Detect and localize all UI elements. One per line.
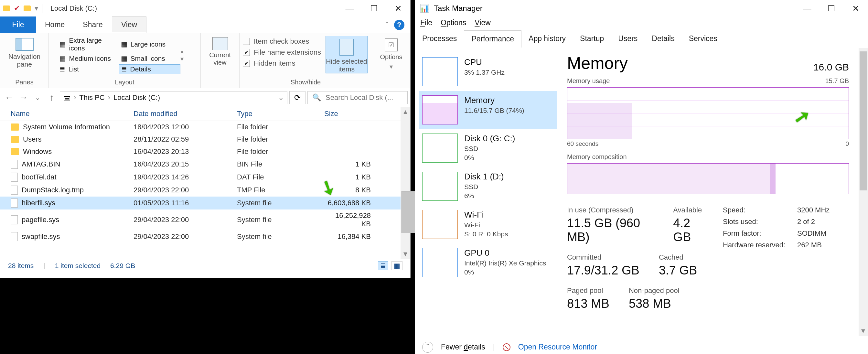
chevron-up-icon[interactable]: ˆ xyxy=(386,20,388,29)
maximize-button[interactable]: ☐ xyxy=(819,0,843,17)
folder-icon[interactable] xyxy=(24,5,31,11)
perf-card-wi-fi[interactable]: Wi-FiWi-FiS: 0 R: 0 Kbps xyxy=(419,205,557,244)
tab-performance[interactable]: Performance xyxy=(464,30,522,48)
memory-composition-graph xyxy=(567,163,849,194)
search-icon: 🔍 xyxy=(312,93,321,102)
menu-file[interactable]: File xyxy=(420,19,432,27)
sparkline-icon xyxy=(422,57,458,86)
tab-share[interactable]: Share xyxy=(74,17,112,33)
address-bar[interactable]: 🖴 › This PC › Local Disk (C:) ⌄ xyxy=(60,91,287,104)
file-list[interactable]: Name Date modified Type Size System Volu… xyxy=(0,107,401,259)
nav-recent[interactable]: ⌄ xyxy=(31,94,44,101)
ribbon: Navigation pane Panes ▦Extra large icons… xyxy=(0,33,410,88)
folder-icon xyxy=(3,5,10,11)
titlebar[interactable]: ✔ ▾ │ Local Disk (C:) — ☐ ✕ xyxy=(0,0,410,17)
sparkline-icon xyxy=(422,248,458,277)
hide-selected-button[interactable]: Hide selected items xyxy=(326,36,368,73)
status-bar: 28 items | 1 item selected 6.29 GB ≣ ▦ xyxy=(0,259,410,272)
layout-picker[interactable]: ▦Extra large icons ▦Large icons ▴▾ ▦Medi… xyxy=(58,36,192,74)
help-icon[interactable]: ? xyxy=(394,20,404,30)
perf-card-gpu-0[interactable]: GPU 0Intel(R) Iris(R) Xe Graphics0% xyxy=(419,244,557,282)
folder-icon xyxy=(11,124,19,131)
address-row: ← → ⌄ ↑ 🖴 › This PC › Local Disk (C:) ⌄ … xyxy=(0,88,410,107)
perf-card-memory[interactable]: Memory11.6/15.7 GB (74%) xyxy=(419,91,557,129)
group-label-layout: Layout xyxy=(115,78,134,88)
task-manager-window: 📊 Task Manager — ☐ ✕ File Options View P… xyxy=(415,0,868,354)
sparkline-icon xyxy=(422,172,458,201)
folder-icon xyxy=(11,148,19,155)
maximize-button[interactable]: ☐ xyxy=(362,0,386,17)
minimize-button[interactable]: — xyxy=(338,0,362,17)
task-manager-icon: 📊 xyxy=(420,4,429,13)
table-row[interactable]: DumpStack.log.tmp29/04/2023 22:00TMP Fil… xyxy=(0,184,401,197)
perf-card-cpu[interactable]: CPU3% 1.37 GHz xyxy=(419,53,557,91)
memory-spec-table: Speed:3200 MHz Slots used:2 of 2 Form fa… xyxy=(723,206,849,249)
tab-startup[interactable]: Startup xyxy=(573,30,611,48)
close-button[interactable]: ✕ xyxy=(386,0,410,17)
memory-total: 16.0 GB xyxy=(813,62,849,73)
perf-card-disk-1-d-[interactable]: Disk 1 (D:)SSD6% xyxy=(419,167,557,205)
file-explorer-window: ✔ ▾ │ Local Disk (C:) — ☐ ✕ File Home Sh… xyxy=(0,0,410,278)
refresh-button[interactable]: ⟳ xyxy=(289,91,306,104)
view-icons-icon[interactable]: ▦ xyxy=(392,261,402,270)
tab-services[interactable]: Services xyxy=(682,30,724,48)
tm-menubar[interactable]: File Options View xyxy=(415,17,868,30)
sparkline-icon xyxy=(422,210,458,239)
menu-view[interactable]: View xyxy=(474,19,490,27)
prohibit-icon xyxy=(503,343,510,351)
navigation-pane-icon xyxy=(16,38,34,51)
tab-file[interactable]: File xyxy=(0,17,36,33)
scrollbar[interactable]: ▴ ▾ xyxy=(401,107,410,259)
nav-up[interactable]: ↑ xyxy=(45,93,58,103)
perf-sidebar[interactable]: CPU3% 1.37 GHz Memory11.6/15.7 GB (74%) … xyxy=(415,48,561,336)
fewer-details-link[interactable]: Fewer details xyxy=(441,343,485,351)
group-label-showhide: Show/hide xyxy=(291,78,321,88)
checkmark-icon[interactable]: ✔ xyxy=(14,4,20,12)
tab-details[interactable]: Details xyxy=(645,30,681,48)
folder-icon xyxy=(11,136,19,143)
file-icon xyxy=(11,232,18,241)
chk-item-boxes[interactable]: Item check boxes xyxy=(243,36,321,47)
file-icon xyxy=(11,198,18,207)
tm-titlebar[interactable]: 📊 Task Manager — ☐ ✕ xyxy=(415,0,868,17)
nav-back[interactable]: ← xyxy=(3,93,15,103)
table-row[interactable]: hiberfil.sys01/05/2023 11:16System file6… xyxy=(0,197,401,210)
file-icon xyxy=(11,160,18,169)
menu-options[interactable]: Options xyxy=(441,19,466,27)
tm-footer: ˆ Fewer details | Open Resource Monitor xyxy=(415,336,868,354)
file-icon xyxy=(11,173,18,182)
current-view-button[interactable]: Current view xyxy=(203,36,237,66)
tab-app-history[interactable]: App history xyxy=(522,30,573,48)
options-button[interactable]: ☑ Options ▾ xyxy=(375,36,407,70)
table-row[interactable]: AMTAG.BIN16/04/2023 20:15BIN File1 KB xyxy=(0,158,401,171)
perf-card-disk-0-g-c-[interactable]: Disk 0 (G: C:)SSD0% xyxy=(419,129,557,167)
tab-processes[interactable]: Processes xyxy=(415,30,464,48)
tab-users[interactable]: Users xyxy=(611,30,645,48)
tab-view[interactable]: View xyxy=(112,17,147,33)
table-row[interactable]: bootTel.dat19/04/2023 14:26DAT File1 KB xyxy=(0,171,401,184)
chk-file-ext[interactable]: ✔File name extensions xyxy=(243,47,321,58)
minimize-button[interactable]: — xyxy=(795,0,819,17)
tm-tabs[interactable]: Processes Performance App history Startu… xyxy=(415,30,868,48)
open-resource-monitor-link[interactable]: Open Resource Monitor xyxy=(518,343,597,351)
chk-hidden[interactable]: ✔Hidden items xyxy=(243,58,321,69)
window-title: Local Disk (C:) xyxy=(44,4,97,12)
table-row[interactable]: Users28/11/2022 02:59File folder xyxy=(0,133,401,146)
scrollbar[interactable]: ▴ ▾ xyxy=(859,48,868,336)
table-row[interactable]: pagefile.sys29/04/2023 22:00System file1… xyxy=(0,210,401,230)
chevron-up-icon[interactable]: ˆ xyxy=(422,342,433,353)
table-row[interactable]: swapfile.sys29/04/2023 22:00System file1… xyxy=(0,230,401,243)
navigation-pane-button[interactable]: Navigation pane xyxy=(5,36,44,68)
table-row[interactable]: Windows16/04/2023 20:13File folder xyxy=(0,146,401,158)
table-row[interactable]: System Volume Information18/04/2023 12:0… xyxy=(0,121,401,133)
sparkline-icon xyxy=(422,95,458,125)
tab-home[interactable]: Home xyxy=(36,17,74,33)
search-input[interactable]: 🔍 Search Local Disk (... xyxy=(307,91,408,104)
view-details-icon[interactable]: ≣ xyxy=(378,261,388,270)
memory-panel: Memory 16.0 GB Memory usage 15.7 GB 60 s… xyxy=(561,48,859,336)
nav-forward[interactable]: → xyxy=(17,93,29,103)
sparkline-icon xyxy=(422,133,458,163)
column-headers[interactable]: Name Date modified Type Size xyxy=(0,107,401,121)
close-button[interactable]: ✕ xyxy=(843,0,868,17)
file-icon xyxy=(11,186,18,195)
